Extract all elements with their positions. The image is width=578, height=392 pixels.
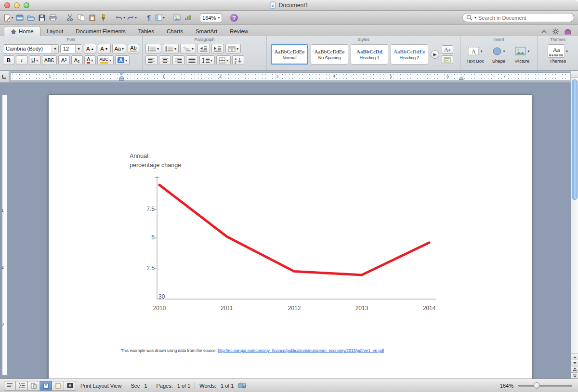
justify-button[interactable] <box>186 55 198 65</box>
align-right-button[interactable] <box>172 55 184 65</box>
style-normal[interactable]: AaBbCcDdEe Normal <box>271 44 308 65</box>
bullets-dropdown-icon[interactable]: ▾ <box>157 47 159 51</box>
maximize-button[interactable] <box>24 2 29 8</box>
change-case-dropdown-icon[interactable]: ▾ <box>122 47 124 51</box>
borders-button[interactable]: ▾ <box>216 55 231 65</box>
outline-view-button[interactable] <box>16 381 28 391</box>
tab-charts[interactable]: Charts <box>160 26 189 36</box>
undo-dropdown-icon[interactable]: ▾ <box>123 15 125 20</box>
text-styles-button[interactable]: A <box>442 45 453 54</box>
collapse-ribbon-icon[interactable] <box>541 30 547 33</box>
vertical-ruler[interactable]: 1 2 3 <box>0 83 9 379</box>
columns-button[interactable]: ▾ <box>225 44 241 53</box>
search-input[interactable] <box>478 15 570 21</box>
font-color-dropdown-icon[interactable]: ▾ <box>91 58 93 63</box>
superscript-button[interactable]: A² <box>58 55 70 65</box>
tab-review[interactable]: Review <box>223 26 254 36</box>
underline-button[interactable]: U▾ <box>29 55 40 65</box>
zoom-select[interactable]: 164% ▾ <box>200 13 222 22</box>
font-size-dropdown-icon[interactable]: ▼ <box>75 45 82 53</box>
highlight-button[interactable]: ABC▾ <box>97 55 114 65</box>
picture-button[interactable]: ▾ Picture <box>512 45 532 64</box>
bullets-button[interactable]: ▾ <box>145 44 161 53</box>
help-button[interactable]: ? <box>229 12 239 24</box>
source-link[interactable]: http://ec.europa.eu/economy_finance/publ… <box>218 348 384 353</box>
previous-page-button[interactable] <box>571 366 578 372</box>
text-box-button[interactable]: A ▾ Text Box <box>465 45 485 64</box>
tab-stop-selector[interactable] <box>0 71 9 82</box>
style-heading-1[interactable]: AaBbCcDd Heading 1 <box>351 44 388 65</box>
font-color-button[interactable]: A▾ <box>84 55 96 65</box>
pages-value[interactable]: 1 of 1 <box>177 383 191 389</box>
words-value[interactable]: 1 of 1 <box>221 383 234 389</box>
notebook-view-button[interactable] <box>52 381 64 391</box>
bold-button[interactable]: B <box>3 55 14 65</box>
font-size-select[interactable]: 12 ▼ <box>60 44 82 53</box>
align-center-button[interactable] <box>159 55 171 65</box>
picture-dropdown-icon[interactable]: ▾ <box>527 49 529 53</box>
zoom-slider-thumb[interactable] <box>534 382 540 389</box>
line-chart[interactable]: Annual percentage change 7.5 5 2.5 30 20… <box>116 148 501 321</box>
numbering-button[interactable]: ▾ <box>163 44 179 53</box>
publishing-view-button[interactable] <box>28 381 40 391</box>
font-family-dropdown-icon[interactable]: ▼ <box>52 45 58 53</box>
shrink-font-button[interactable]: A▼ <box>98 44 110 53</box>
columns-dropdown-icon[interactable]: ▾ <box>236 47 238 51</box>
zoom-slider[interactable] <box>518 385 572 387</box>
text-effects-dropdown-icon[interactable]: ▾ <box>125 58 127 63</box>
close-button[interactable] <box>4 2 10 8</box>
cut-button[interactable] <box>65 12 75 24</box>
layout-view-button[interactable]: ▾ <box>155 12 165 24</box>
toolbox-icon[interactable] <box>565 29 571 35</box>
tab-home[interactable]: Home <box>4 26 40 36</box>
borders-dropdown-icon[interactable]: ▾ <box>226 58 228 63</box>
change-case-button[interactable]: Aa▾ <box>112 44 126 53</box>
print-button[interactable] <box>48 12 58 24</box>
shape-dropdown-icon[interactable]: ▾ <box>503 49 505 53</box>
object-browser-button[interactable] <box>183 12 193 24</box>
new-document-button[interactable]: ▾ <box>4 12 13 24</box>
search-scope-dropdown-icon[interactable]: ▾ <box>474 15 476 20</box>
multilevel-list-button[interactable]: ▾ <box>180 44 196 53</box>
tab-layout[interactable]: Layout <box>40 26 70 36</box>
multilevel-dropdown-icon[interactable]: ▾ <box>192 47 194 51</box>
document-area[interactable]: 1 2 3 Annual percentage change <box>0 83 578 379</box>
scroll-up-button[interactable] <box>571 353 578 360</box>
search-box[interactable]: ▾ <box>462 13 574 22</box>
clear-formatting-button[interactable]: Ab <box>128 44 139 53</box>
line-spacing-button[interactable]: ▾ <box>199 55 215 65</box>
layout-view-dropdown-icon[interactable]: ▾ <box>163 15 165 20</box>
document-page[interactable]: Annual percentage change 7.5 5 2.5 30 20… <box>48 94 532 379</box>
themes-dropdown-icon[interactable]: ▾ <box>566 49 568 53</box>
show-formatting-button[interactable]: ¶ <box>144 12 154 24</box>
manage-styles-button[interactable] <box>442 55 453 64</box>
tab-document-elements[interactable]: Document Elements <box>69 26 132 36</box>
open-button[interactable] <box>26 12 36 24</box>
vertical-scrollbar[interactable] <box>571 71 578 379</box>
draft-view-button[interactable] <box>4 381 16 391</box>
decrease-indent-button[interactable] <box>197 44 210 53</box>
zoom-dropdown-icon[interactable]: ▾ <box>218 15 220 20</box>
paste-button[interactable] <box>87 12 97 24</box>
italic-button[interactable]: I <box>16 55 27 65</box>
print-layout-view-button[interactable] <box>40 381 52 391</box>
style-no-spacing[interactable]: AaBbCcDdEe No Spacing <box>311 44 348 65</box>
font-family-select[interactable]: Cambria (Body) ▼ <box>3 44 59 53</box>
gear-icon[interactable] <box>552 28 559 35</box>
next-page-button[interactable] <box>571 372 578 379</box>
highlight-dropdown-icon[interactable]: ▾ <box>109 58 111 63</box>
subscript-button[interactable]: A₂ <box>71 55 83 65</box>
grow-font-button[interactable]: A▲ <box>84 44 96 53</box>
copy-button[interactable] <box>76 12 86 24</box>
text-effects-button[interactable]: A▾ <box>115 55 130 65</box>
indent-marker-right[interactable] <box>459 75 464 82</box>
minimize-button[interactable] <box>14 2 20 8</box>
save-button[interactable] <box>37 12 47 24</box>
scroll-down-button[interactable] <box>571 360 578 366</box>
gallery-button[interactable] <box>15 12 25 24</box>
format-painter-button[interactable] <box>98 12 108 24</box>
tab-smartart[interactable]: SmartArt <box>189 26 223 36</box>
indent-marker-left[interactable] <box>119 72 124 83</box>
horizontal-ruler[interactable]: 1 1 2 3 4 5 6 7 <box>10 72 570 81</box>
more-styles-button[interactable]: ▶ <box>431 50 439 59</box>
